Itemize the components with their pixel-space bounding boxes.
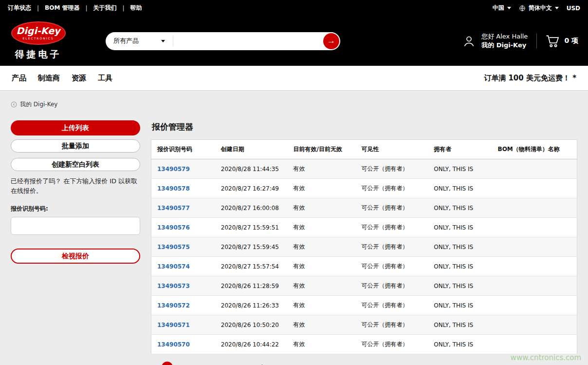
quote-id-cell: 13490572 [151,296,215,315]
created-date-cell: 2020/8/26 10:50:20 [215,315,288,335]
quote-id-link[interactable]: 13490571 [157,322,190,328]
owner-cell: ONLY, THIS IS [428,179,492,198]
created-date-cell: 2020/8/26 11:26:33 [215,296,288,315]
column-header: 可见性 [356,140,428,159]
bom-name-cell [492,159,577,179]
site-header: Digi-Key ELECTRONICS 得捷电子 所有产品 → 您好 Alex… [0,16,588,66]
main-nav-items: 产品制造商资源工具 [12,74,112,83]
quote-id-cell: 13490574 [151,257,215,276]
quote-id-link[interactable]: 13490574 [157,263,190,270]
topbar-link[interactable]: 关于我们 [93,4,117,12]
search-submit-button[interactable]: → [323,33,339,49]
language-label: 简体中文 [529,4,552,12]
bom-name-cell [492,335,577,354]
account-area: 您好 Alex Halle 我的 Digi-Key 0 项 [462,32,578,49]
main-panel: 报价管理器 报价识别号码创建日期目前有效/目前无效可见性拥有者BOM（物料清单）… [151,120,577,365]
search-category-dropdown[interactable]: 所有产品 [106,32,173,50]
bulk-add-button[interactable]: 批量添加 [11,139,140,153]
quote-id-link[interactable]: 13490577 [157,205,190,211]
bom-name-cell [492,296,577,315]
region-selector[interactable]: 中国 [493,4,511,12]
pagination-page[interactable]: 4 [211,362,222,365]
breadcrumb[interactable]: 我的 Digi-Key [11,100,588,109]
status-cell: 有效 [288,237,356,257]
back-arrow-icon [11,101,17,108]
created-date-cell: 2020/8/27 16:00:08 [215,198,288,218]
topbar-link[interactable]: 订单状态 [8,4,31,12]
currency-label[interactable]: USD [567,5,580,12]
created-date-cell: 2020/8/26 11:28:59 [215,276,288,296]
visibility-cell: 可公开（拥有者） [356,198,428,218]
view-quote-button[interactable]: 检视报价 [11,249,140,264]
created-date-cell: 2020/8/26 10:44:22 [215,335,288,354]
column-header: BOM（物料清单）名称 [492,140,577,159]
quote-id-link[interactable]: 13490570 [157,341,190,348]
quote-id-input[interactable] [11,217,140,235]
breadcrumb-label[interactable]: 我的 Digi-Key [20,100,57,109]
topbar-link[interactable]: 帮助 [130,4,142,12]
watermark-text: www.cntronics.com [511,353,581,362]
nav-item[interactable]: 工具 [98,74,112,83]
nav-item[interactable]: 产品 [12,74,26,83]
greeting-text: 您好 Alex Halle [481,32,528,41]
separator: | [123,5,125,12]
owner-cell: ONLY, THIS IS [428,237,492,257]
topbar-link[interactable]: BOM 管理器 [45,4,79,12]
created-date-cell: 2020/8/27 15:59:45 [215,237,288,257]
pagination-page[interactable]: 3 [195,362,206,365]
visibility-cell: 可公开（拥有者） [356,237,428,257]
column-header: 报价识别号码 [151,140,215,159]
visibility-cell: 可公开（拥有者） [356,315,428,335]
logo-name: Digi-Key [17,26,60,36]
region-label: 中国 [493,4,504,12]
pagination: 12345...>| [162,362,577,365]
bom-name-cell [492,198,577,218]
globe-icon [519,5,526,12]
owner-cell: ONLY, THIS IS [428,159,492,179]
quote-id-cell: 13490575 [151,237,215,257]
visibility-cell: 可公开（拥有者） [356,276,428,296]
separator: | [37,5,39,12]
search-input[interactable] [173,32,323,50]
bom-name-cell [492,237,577,257]
separator: | [86,5,88,12]
account-text[interactable]: 您好 Alex Halle 我的 Digi-Key [481,32,528,49]
nav-item[interactable]: 资源 [72,74,86,83]
pagination-page[interactable]: 2 [178,362,189,365]
chevron-down-icon [555,7,559,9]
status-cell: 有效 [288,159,356,179]
top-utility-bar: 订单状态|BOM 管理器|关于我们|帮助 中国 简体中文 USD [0,0,588,16]
quote-id-cell: 13490577 [151,198,215,218]
my-digikey-link[interactable]: 我的 Digi-Key [481,41,528,50]
bom-name-cell [492,218,577,237]
quote-id-link[interactable]: 13490573 [157,283,190,289]
quote-id-link[interactable]: 13490578 [157,185,190,192]
chevron-down-icon [507,7,511,9]
status-cell: 有效 [288,257,356,276]
visibility-cell: 可公开（拥有者） [356,335,428,354]
owner-cell: ONLY, THIS IS [428,218,492,237]
quote-id-link[interactable]: 13490579 [157,166,190,173]
column-header: 拥有者 [428,140,492,159]
visibility-cell: 可公开（拥有者） [356,257,428,276]
page-title: 报价管理器 [152,121,577,133]
created-date-cell: 2020/8/28 11:44:35 [215,159,288,179]
quote-id-link[interactable]: 13490576 [157,224,190,231]
owner-cell: ONLY, THIS IS [428,276,492,296]
quote-id-link[interactable]: 13490572 [157,302,190,309]
upload-list-button[interactable]: 上传列表 [11,120,140,135]
divider [536,34,537,48]
create-blank-list-button[interactable]: 创建新空白列表 [11,158,140,171]
nav-item[interactable]: 制造商 [38,74,60,83]
quote-id-cell: 13490576 [151,218,215,237]
quote-hint-text: 已经有报价了吗？ 在下方输入报价 ID 以获取在线报价。 [11,176,140,196]
bom-name-cell [492,276,577,296]
quote-id-link[interactable]: 13490575 [157,244,190,250]
language-selector[interactable]: 简体中文 [519,4,559,12]
pagination-page[interactable]: 5 [228,362,239,365]
status-cell: 有效 [288,276,356,296]
cart-button[interactable]: 0 项 [546,35,578,48]
logo-subtitle: ELECTRONICS [23,37,54,40]
pagination-page-current[interactable]: 1 [162,362,173,365]
digikey-logo[interactable]: Digi-Key ELECTRONICS 得捷电子 [8,21,69,61]
